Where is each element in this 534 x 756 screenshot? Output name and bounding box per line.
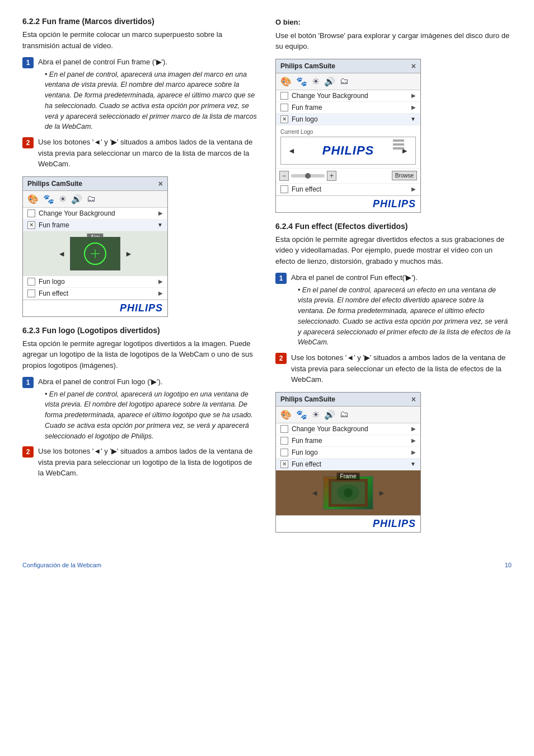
section-623-title: 6.2.3 Fun logo (Logotipos divertidos) — [22, 326, 259, 335]
arrow-funeffect-622: ▶ — [158, 290, 163, 296]
philips-logo-preview: PHILIPS — [322, 143, 374, 158]
logo-minus-btn[interactable]: − — [279, 171, 289, 181]
arrow-funframe-623: ▶ — [411, 104, 416, 110]
aim-crosshair — [84, 242, 106, 265]
preview-img-622 — [70, 237, 120, 270]
toolbar-icon-624-3[interactable]: ☀ — [312, 409, 320, 420]
arrow-bg-623: ▶ — [411, 92, 416, 99]
menu-funframe-622[interactable]: ✕ Fun frame ▼ — [23, 220, 167, 231]
step-1-text-623: Abra el panel de control Fun logo ('▶'). — [38, 377, 162, 386]
checkbox-funframe-622[interactable]: ✕ — [27, 221, 35, 229]
toolbar-icon-623-5[interactable]: 🗂 — [340, 76, 349, 86]
browse-button[interactable]: Browse — [392, 171, 417, 180]
o-bien-title: O bien: — [275, 17, 512, 28]
step-2-num-623: 2 — [22, 446, 34, 458]
step-1-note-623: • En el panel de control, aparecerá un l… — [38, 389, 259, 442]
cam-title-624: Philips CamSuite — [280, 395, 335, 403]
cam-close-623[interactable]: × — [411, 62, 416, 71]
cam-titlebar-623: Philips CamSuite × — [276, 59, 420, 73]
step-2-text-622: Use los botones '◄' y '▶' situados a amb… — [38, 137, 259, 170]
menu-funeffect-623[interactable]: Fun effect ▶ — [276, 184, 420, 195]
logo-plus-btn[interactable]: + — [327, 171, 336, 181]
checkbox-bg-624[interactable] — [280, 425, 288, 433]
menu-funeffect-624[interactable]: ✕ Fun effect ▼ — [276, 459, 420, 470]
prev-nav-622[interactable]: ◄ — [53, 249, 70, 258]
section-624-title: 6.2.4 Fun effect (Efectos divertidos) — [275, 222, 512, 231]
step-1-num-624: 1 — [275, 273, 287, 284]
cam-close-622[interactable]: × — [158, 179, 163, 188]
step-1-text-622: Abra el panel de control Fun frame ('▶')… — [38, 58, 167, 66]
menu-funframe-623[interactable]: Fun frame ▶ — [276, 102, 420, 114]
menu-change-bg-622[interactable]: Change Your Background ▶ — [23, 208, 167, 220]
logo-prev-nav[interactable]: ◄ — [283, 146, 300, 155]
checkbox-funframe-623[interactable] — [280, 104, 288, 111]
toolbar-icon-4[interactable]: 🔊 — [71, 194, 82, 204]
arrow-funeffect-623: ▶ — [411, 186, 416, 192]
arrow-funlogo-623: ▼ — [410, 116, 416, 122]
menu-funlogo-624[interactable]: Fun logo ▶ — [276, 447, 420, 459]
toolbar-icon-624-4[interactable]: 🔊 — [324, 409, 335, 420]
effect-prev-nav-624[interactable]: ◄ — [306, 488, 323, 497]
step-2-text-624: Use los botones '◄' y '▶' situados a amb… — [291, 352, 512, 385]
cam-logo-preview: ◄ PHILIPS ► — [280, 137, 416, 165]
cam-toolbar-623: 🎨 🐾 ☀ 🔊 🗂 — [276, 73, 420, 90]
step-2-num-624: 2 — [275, 353, 287, 364]
cam-logo-label: Current Logo — [280, 129, 416, 135]
checkbox-bg-623[interactable] — [280, 92, 288, 100]
menu-change-bg-623[interactable]: Change Your Background ▶ — [276, 90, 420, 102]
menu-funlogo-622[interactable]: Fun logo ▶ — [23, 276, 167, 288]
checkbox-bg-622[interactable] — [27, 209, 35, 217]
footer-left: Configuración de la Webcam — [22, 562, 101, 568]
step-2-text-623: Use los botones '◄' y '▶' situados a amb… — [38, 446, 259, 479]
toolbar-icon-623-3[interactable]: ☀ — [312, 76, 320, 87]
step-1-num-622: 1 — [22, 57, 34, 68]
cam-footer-622: PHILIPS — [23, 300, 167, 316]
effect-next-nav-624[interactable]: ► — [373, 488, 390, 497]
effect-visual — [329, 479, 368, 507]
cam-logo-nav-controls: − + Browse — [276, 169, 420, 184]
section-624-intro: Esta opción le permite agregar divertido… — [275, 234, 512, 267]
cam-logo-section: Current Logo ◄ PHILIPS ► — [276, 125, 420, 169]
toolbar-icon-5[interactable]: 🗂 — [87, 194, 96, 204]
toolbar-icon-623-4[interactable]: 🔊 — [324, 76, 335, 87]
checkbox-funframe-624[interactable] — [280, 437, 288, 445]
toolbar-icon-623-1[interactable]: 🎨 — [280, 76, 292, 87]
toolbar-icon-624-2[interactable]: 🐾 — [296, 409, 307, 420]
checkbox-funlogo-623[interactable]: ✕ — [280, 115, 288, 123]
step-1-num-623: 1 — [22, 377, 34, 388]
section-622-title: 6.2.2 Fun frame (Marcos divertidos) — [22, 17, 259, 26]
step-1-note-622: • En el panel de control, aparecerá una … — [38, 69, 259, 133]
svg-point-3 — [344, 488, 353, 497]
cam-preview-622: Aim ◄ ► — [23, 231, 167, 276]
menu-funframe-624[interactable]: Fun frame ▶ — [276, 435, 420, 447]
checkbox-funeffect-622[interactable] — [27, 290, 35, 297]
toolbar-icon-1[interactable]: 🎨 — [27, 194, 39, 204]
arrow-bg-622: ▶ — [158, 210, 163, 216]
philips-logo-622: PHILIPS — [120, 302, 163, 314]
arrow-funeffect-624: ▼ — [410, 461, 416, 467]
cam-title-622: Philips CamSuite — [27, 180, 82, 188]
menu-funlogo-623[interactable]: ✕ Fun logo ▼ — [276, 114, 420, 125]
cam-effect-preview-624: Frame ◄ ► — [276, 470, 420, 515]
logo-slider[interactable] — [291, 174, 325, 178]
toolbar-icon-2[interactable]: 🐾 — [43, 194, 54, 204]
checkbox-funlogo-622[interactable] — [27, 278, 35, 286]
toolbar-icon-624-5[interactable]: 🗂 — [340, 409, 349, 419]
cam-window-624: Philips CamSuite × 🎨 🐾 ☀ 🔊 🗂 Change Your… — [275, 392, 421, 533]
checkbox-funeffect-623[interactable] — [280, 185, 288, 193]
next-nav-622[interactable]: ► — [120, 249, 137, 258]
menu-change-bg-624[interactable]: Change Your Background ▶ — [276, 423, 420, 435]
cam-footer-623: PHILIPS — [276, 195, 420, 212]
checkbox-funlogo-624[interactable] — [280, 449, 288, 456]
toolbar-icon-624-1[interactable]: 🎨 — [280, 409, 292, 420]
checkbox-funeffect-624[interactable]: ✕ — [280, 460, 288, 468]
toolbar-icon-3[interactable]: ☀ — [59, 194, 67, 204]
menu-funeffect-622[interactable]: Fun effect ▶ — [23, 288, 167, 300]
section-622-intro: Esta opción le permite colocar un marco … — [22, 29, 259, 51]
cam-close-624[interactable]: × — [411, 395, 416, 404]
step-2-num-622: 2 — [22, 137, 34, 148]
toolbar-icon-623-2[interactable]: 🐾 — [296, 76, 307, 87]
arrow-funframe-622: ▼ — [157, 222, 163, 228]
cam-window-623: Philips CamSuite × 🎨 🐾 ☀ 🔊 🗂 Change Your… — [275, 59, 421, 213]
arrow-funlogo-622: ▶ — [158, 278, 163, 284]
